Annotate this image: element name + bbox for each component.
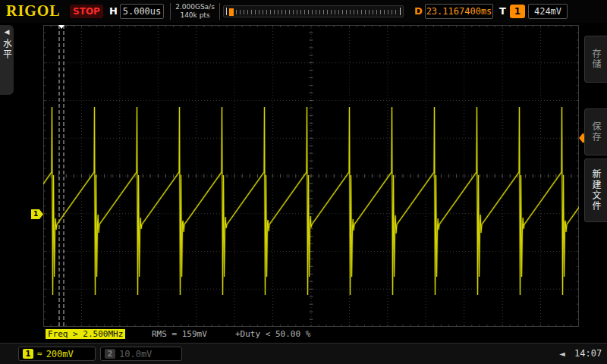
memory-bar-left-cap xyxy=(226,8,227,15)
collapse-arrow-icon: ◀ xyxy=(5,28,10,36)
usb-icon: ◄ xyxy=(559,350,565,358)
menu-item-new-file[interactable]: 新建文件 xyxy=(584,158,607,222)
measurements-row: Freq > 2.500MHz RMS = 159mV +Duty < 50.0… xyxy=(46,329,577,340)
channel1-position-marker[interactable]: 1 xyxy=(31,209,43,219)
memory-depth: 140k pts xyxy=(171,11,219,20)
timebase-value[interactable]: 5.000us xyxy=(120,4,164,19)
menu-item-storage[interactable]: 存储 xyxy=(584,36,607,83)
channel2-status[interactable]: 2 10.0mV xyxy=(100,347,182,361)
clock: 14:07 xyxy=(574,348,602,359)
sample-rate: 2.000GSa/s xyxy=(171,3,219,11)
trigger-source-badge[interactable]: 1 xyxy=(510,5,525,18)
trigger-position-marker[interactable] xyxy=(229,8,234,16)
menu-item-save-label: 保存 xyxy=(590,121,602,143)
delay-label: D xyxy=(414,5,423,17)
right-menu: 存储 保存 新建文件 xyxy=(581,25,607,328)
channel1-badge: 1 xyxy=(23,349,33,359)
memory-bar-right-cap xyxy=(400,8,401,15)
menu-item-new-file-label: 新建文件 xyxy=(590,169,602,212)
bottom-bar: 1 ≈ 200mV 2 10.0mV ◄ 14:07 xyxy=(0,343,607,364)
memory-waveform-ticks xyxy=(236,10,398,14)
horizontal-label: H xyxy=(109,5,118,17)
channel2-badge: 2 xyxy=(105,349,115,359)
duty-measurement[interactable]: +Duty < 50.00 % xyxy=(235,329,310,339)
channel2-scale: 10.0mV xyxy=(119,349,152,359)
horizontal-menu-tab[interactable]: ◀ 水平 xyxy=(0,25,14,95)
delay-value[interactable]: 23.1167400ms xyxy=(425,4,493,19)
trigger-level-value[interactable]: 424mV xyxy=(528,4,568,19)
channel1-scale: 200mV xyxy=(46,349,74,359)
rms-measurement[interactable]: RMS = 159mV xyxy=(152,329,207,339)
top-bar: RIGOL STOP H 5.000us 2.000GSa/s 140k pts… xyxy=(0,0,607,23)
run-state-badge[interactable]: STOP xyxy=(70,5,103,18)
menu-item-storage-label: 存储 xyxy=(590,49,602,70)
channel1-coupling-icon: ≈ xyxy=(37,349,42,359)
freq-measurement[interactable]: Freq > 2.500MHz xyxy=(46,329,125,339)
channel1-status[interactable]: 1 ≈ 200mV xyxy=(18,347,96,361)
left-tab-label: 水平 xyxy=(1,39,14,60)
graticule-svg xyxy=(43,25,579,327)
waveform-display xyxy=(43,25,579,327)
trigger-label: T xyxy=(499,5,506,17)
rigol-logo: RIGOL xyxy=(6,2,61,20)
horizontal-position-bar[interactable] xyxy=(223,5,404,17)
oscilloscope-screen: RIGOL STOP H 5.000us 2.000GSa/s 140k pts… xyxy=(0,0,607,364)
menu-item-save[interactable]: 保存 xyxy=(584,108,607,155)
acquisition-info: 2.000GSa/s 140k pts xyxy=(170,3,220,20)
